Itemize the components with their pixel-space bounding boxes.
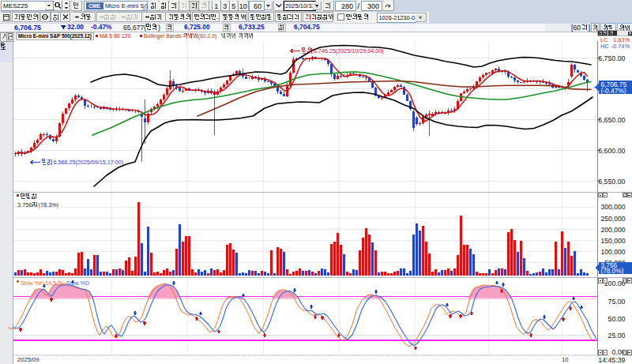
svg-text:25.00: 25.00 [608,332,625,340]
svg-text:6,550.00: 6,550.00 [598,178,625,186]
svg-text:14:45:39: 14:45:39 [598,356,625,364]
svg-text:(78.0%): (78.0%) [601,268,624,275]
svg-text:6,704.75: 6,704.75 [294,23,320,31]
svg-text:2025/10/31: 2025/10/31 [285,2,315,9]
svg-text:100,000: 100,000 [600,248,625,256]
svg-text:HC: HC [600,43,609,50]
svg-text:Bollinger Bands: Bollinger Bands [144,33,182,39]
svg-text:6,750.00: 6,750.00 [598,54,625,62]
svg-text:Micro E-mini S&P 500(2025.12): Micro E-mini S&P 500(2025.12) [18,33,92,39]
svg-text:50.00: 50.00 [608,315,625,323]
svg-text:(60,2.0): (60,2.0) [198,33,216,39]
svg-text:]: ] [589,24,590,32]
svg-text:150,000: 150,000 [600,237,625,245]
svg-text:6,733.25: 6,733.25 [239,23,265,31]
svg-text:(-0.47%): (-0.47%) [601,87,626,95]
svg-text:75.00: 75.00 [608,298,625,306]
svg-text:MESZ25: MESZ25 [3,2,28,9]
svg-text:1: 1 [214,2,218,10]
svg-text:3,756: 3,756 [17,201,32,208]
svg-text:1026-21230-01: 1026-21230-01 [379,14,419,21]
svg-text:10: 10 [239,2,247,10]
svg-text:10: 10 [562,356,568,363]
svg-text:6,706.75: 6,706.75 [14,24,41,32]
svg-text:6,650.00: 6,650.00 [598,116,625,124]
svg-text:MA 5 60 120: MA 5 60 120 [100,33,130,39]
svg-text:5: 5 [231,2,235,10]
svg-text:300,000: 300,000 [600,203,625,211]
svg-text:2025/09: 2025/09 [17,356,39,363]
svg-text:6,600.00: 6,600.00 [598,147,625,155]
svg-text:6,566.25(2025/09/15,17:00): 6,566.25(2025/09/15,17:00) [53,159,123,166]
svg-text:-0.74%: -0.74% [611,43,630,50]
svg-text:6,725.00: 6,725.00 [184,23,210,31]
svg-text:-: - [216,14,219,21]
svg-text:CME: CME [88,3,100,9]
svg-text:(78.3%): (78.3%) [38,201,58,208]
svg-text:3: 3 [223,2,227,10]
svg-text:): ) [158,24,160,32]
svg-text:[60: [60 [571,24,581,32]
svg-text:100.00: 100.00 [604,280,626,287]
svg-text:60: 60 [254,2,261,10]
svg-text:32.00: 32.00 [67,23,84,31]
svg-text:65,677(: 65,677( [123,24,146,32]
svg-text:200,000: 200,000 [600,226,625,234]
svg-text:-0.47%: -0.47% [91,23,112,31]
svg-text:280: 280 [341,2,353,10]
svg-text:6,746.25(2025/10/29,04:00): 6,746.25(2025/10/29,04:00) [314,47,384,54]
svg-text:250,000: 250,000 [600,215,625,223]
svg-text:300: 300 [367,2,379,10]
